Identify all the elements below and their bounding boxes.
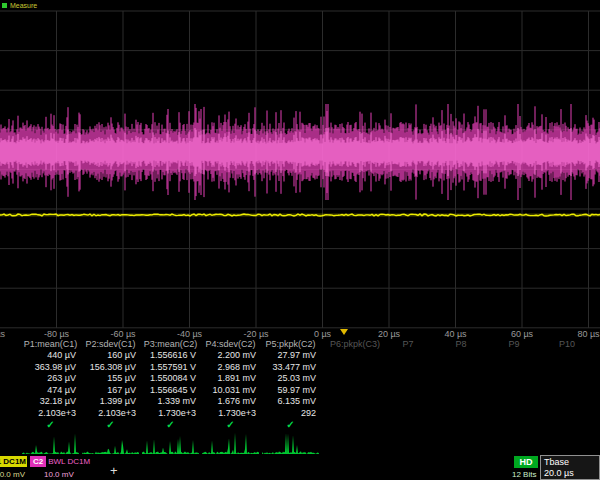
c2-descriptor-box[interactable]: C2 BWL DC1M 10.0 mV <box>30 456 112 480</box>
measurement-header[interactable]: P5:pkpk(C2) <box>262 339 319 349</box>
time-axis-label: -80 µs <box>44 329 69 339</box>
c2-scale-label: 10.0 mV <box>44 470 74 479</box>
scope-graticule <box>0 0 600 330</box>
c1-coupling-label: DC1M <box>3 457 26 466</box>
status-checkmark-icon: ✓ <box>262 419 319 430</box>
measurement-cell: 1.339 mV <box>142 396 196 406</box>
time-axis-label: -60 µs <box>110 329 135 339</box>
histicon-thumbnail[interactable] <box>142 430 200 454</box>
measurement-cell: 10.031 mV <box>202 385 256 395</box>
measurement-cell: 27.97 mV <box>262 350 316 360</box>
time-axis-label: 80 µs <box>577 329 599 339</box>
measurement-header[interactable]: P4:sdev(C2) <box>202 339 259 349</box>
hd-badge[interactable]: HD <box>514 456 538 468</box>
measurement-cell: 25.03 mV <box>262 373 316 383</box>
top-left-annotation: Measure <box>2 2 37 9</box>
measurement-cell: 1.556645 V <box>142 385 196 395</box>
measurement-cell: 2.200 mV <box>202 350 256 360</box>
c1-descriptor-box[interactable]: C1 DC1M 20.0 mV <box>0 456 27 480</box>
measurement-header[interactable]: P8 <box>436 339 486 349</box>
measurement-cell: 1.730e+3 <box>142 408 196 418</box>
measurement-header[interactable]: P7 <box>383 339 433 349</box>
tbase-scale: 20.0 µs <box>541 467 599 478</box>
measurement-cell: 1.676 mV <box>202 396 256 406</box>
measurement-cell: 6.135 mV <box>262 396 316 406</box>
status-led-icon <box>2 3 7 8</box>
time-axis-label: -100 µs <box>0 329 5 339</box>
measurement-header[interactable]: P1:mean(C1) <box>22 339 79 349</box>
measurement-cell: 32.18 µV <box>22 396 76 406</box>
measurement-header[interactable]: P9 <box>489 339 539 349</box>
tbase-label: Tbase <box>541 456 599 467</box>
measurement-cell: 59.97 mV <box>262 385 316 395</box>
measurement-cell: 474 µV <box>22 385 76 395</box>
status-checkmark-icon: ✓ <box>142 419 199 430</box>
measurement-cell: 156.308 µV <box>82 362 136 372</box>
measurement-cell: 1.730e+3 <box>202 408 256 418</box>
c2-channel-chip: C2 <box>30 456 46 467</box>
status-checkmark-icon: ✓ <box>202 419 259 430</box>
measurement-cell: 2.103e+3 <box>22 408 76 418</box>
status-checkmark-icon: ✓ <box>82 419 139 430</box>
measurement-cell: 160 µV <box>82 350 136 360</box>
measurement-header[interactable]: P6:pkpk(C3) <box>330 339 380 349</box>
measurement-table: P1:mean(C1)P2:sdev(C1)P3:mean(C2)P4:sdev… <box>0 339 600 431</box>
measurement-cell: 2.103e+3 <box>82 408 136 418</box>
histicon-thumbnail[interactable] <box>202 430 260 454</box>
plus-cursor-marker[interactable]: + <box>110 463 118 478</box>
measurement-header[interactable]: P2:sdev(C1) <box>82 339 139 349</box>
time-axis-label: 20 µs <box>378 329 400 339</box>
histicon-thumbnail[interactable] <box>22 430 80 454</box>
measurement-cell: 2.968 mV <box>202 362 256 372</box>
top-left-label: Measure <box>10 2 37 9</box>
c2-coupling-label: BWL DC1M <box>48 457 90 466</box>
measurement-cell: 263 µV <box>22 373 76 383</box>
measurement-cell: 1.399 µV <box>82 396 136 406</box>
oscilloscope-screen: Measure -100 µs-80 µs-60 µs-40 µs-20 µs0… <box>0 0 600 480</box>
measurement-cell: 155 µV <box>82 373 136 383</box>
bits-label: 12 Bits <box>512 470 536 479</box>
measurement-cell: 1.550084 V <box>142 373 196 383</box>
c1-channel-chip: C1 <box>0 457 1 466</box>
time-axis-label: 40 µs <box>444 329 466 339</box>
measurement-cell: 1.891 mV <box>202 373 256 383</box>
measurement-cell: 363.98 µV <box>22 362 76 372</box>
tbase-box[interactable]: Tbase 20.0 µs <box>540 455 600 480</box>
trigger-position-marker[interactable] <box>340 329 348 335</box>
measurement-header[interactable]: P3:mean(C2) <box>142 339 199 349</box>
measurement-cell: 33.477 mV <box>262 362 316 372</box>
measurement-cell: 1.557591 V <box>142 362 196 372</box>
histicon-thumbnail[interactable] <box>262 430 320 454</box>
time-axis-label: -20 µs <box>243 329 268 339</box>
time-axis-label: 60 µs <box>511 329 533 339</box>
time-axis-label: -40 µs <box>177 329 202 339</box>
measurement-header[interactable]: P10 <box>542 339 592 349</box>
c1-scale-label: 20.0 mV <box>0 470 25 479</box>
measurement-cell: 167 µV <box>82 385 136 395</box>
histicon-thumbnail[interactable] <box>82 430 140 454</box>
time-axis-label: 0 µs <box>314 329 331 339</box>
measurement-cell: 440 µV <box>22 350 76 360</box>
measurement-cell: 292 <box>262 408 316 418</box>
status-checkmark-icon: ✓ <box>22 419 79 430</box>
measurement-cell: 1.556616 V <box>142 350 196 360</box>
